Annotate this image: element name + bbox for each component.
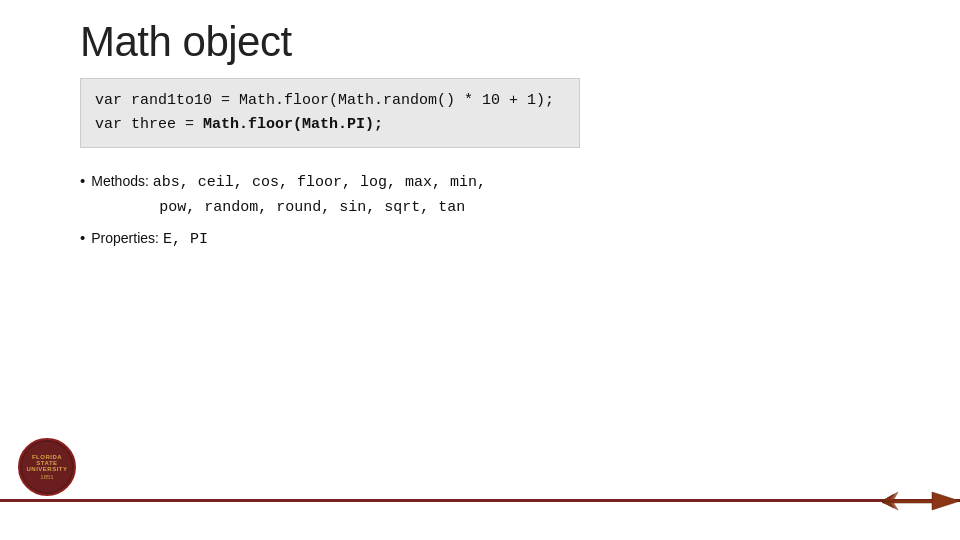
bullet-methods: • Methods:abs, ceil, cos, floor, log, ma… <box>80 170 880 219</box>
logo-year: 1851 <box>40 474 53 480</box>
bullet-properties: • Properties:E, PI <box>80 227 880 252</box>
svg-marker-1 <box>932 492 960 510</box>
arrow-decoration <box>882 480 942 520</box>
code-line-1: var rand1to10 = Math.floor(Math.random()… <box>95 89 565 113</box>
fsu-logo: FLORIDASTATEUNIVERSITY 1851 <box>18 438 78 498</box>
bottom-bar <box>0 499 960 502</box>
code-line-2: var three = Math.floor(Math.PI); <box>95 113 565 137</box>
bullet-dot-1: • <box>80 170 85 193</box>
logo-text: FLORIDASTATEUNIVERSITY <box>26 454 67 472</box>
properties-label: Properties: <box>91 230 159 246</box>
methods-label: Methods: <box>91 173 149 189</box>
svg-marker-4 <box>882 492 898 501</box>
methods-content: abs, ceil, cos, floor, log, max, min, <box>153 174 486 191</box>
properties-content: E, PI <box>163 231 208 248</box>
methods-content-2: pow, random, round, sin, sqrt, tan <box>159 199 465 216</box>
bullet-section: • Methods:abs, ceil, cos, floor, log, ma… <box>80 170 880 252</box>
page-title: Math object <box>0 0 960 78</box>
code-block: var rand1to10 = Math.floor(Math.random()… <box>80 78 580 148</box>
bullet-dot-2: • <box>80 227 85 250</box>
